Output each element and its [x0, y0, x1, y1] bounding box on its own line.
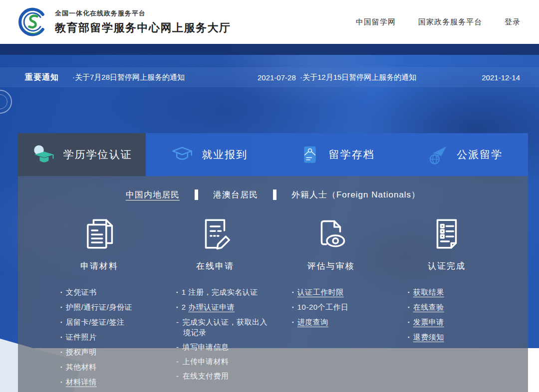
- notice-bar-label: 重要通知: [25, 67, 59, 87]
- list-item[interactable]: 发票申请: [408, 317, 505, 328]
- filter-separator: [273, 190, 276, 200]
- nav-link-national-gov-platform[interactable]: 国家政务服务平台: [418, 17, 482, 27]
- service-tabs: 学历学位认证 就业报到 留学存档: [18, 133, 528, 176]
- column-application-materials: 申请材料 文凭证书 护照/通行证/身份证 居留卡/签证/签注 证件照片 授权声明…: [41, 215, 157, 392]
- list-item[interactable]: 获取结果: [408, 287, 505, 298]
- plane-globe-icon: [426, 143, 449, 166]
- tab-government-sponsored-study[interactable]: 公派留学: [401, 133, 529, 176]
- link-list: 1 注册，完成实名认证 2 办理认证申请 完成实人认证，获取出入境记录 填写申请…: [157, 287, 273, 381]
- column-title: 评估与审核: [273, 260, 389, 272]
- link-list: 认证工作时限 10-20个工作日 进度查询: [273, 287, 389, 328]
- tab-study-abroad-archive[interactable]: 留学存档: [273, 133, 401, 176]
- column-title: 在线申请: [157, 260, 273, 272]
- seal-watermark-icon: [0, 90, 12, 114]
- list-item[interactable]: 在线查验: [408, 302, 505, 313]
- graduation-cap-outline-icon: [171, 143, 194, 166]
- tab-label: 留学存档: [329, 148, 375, 162]
- step-columns: 申请材料 文凭证书 护照/通行证/身份证 居留卡/签证/签注 证件照片 授权声明…: [18, 215, 528, 392]
- list-item[interactable]: 文凭证书: [60, 287, 157, 298]
- filter-mainland-residents[interactable]: 中国内地居民: [126, 189, 180, 200]
- list-item[interactable]: 1 注册，完成实名认证: [176, 287, 273, 298]
- tab-degree-certification[interactable]: 学历学位认证: [18, 133, 146, 176]
- column-certification-complete: 认证完成 获取结果 在线查验 发票申请 退费须知: [389, 215, 505, 392]
- tab-label: 公派留学: [457, 148, 503, 162]
- hero-top-strip: [0, 44, 539, 55]
- login-link[interactable]: 登录: [505, 17, 521, 27]
- notice-date: 2021-12-14: [482, 67, 520, 87]
- checklist-document-icon: [428, 215, 465, 252]
- notice-date: 2021-07-28: [258, 67, 296, 87]
- notice-bar: 重要通知 ·关于7月28日暂停网上服务的通知 2021-07-28 ·关于12月…: [0, 67, 539, 87]
- link-list: 获取结果 在线查验 发票申请 退费须知: [389, 287, 505, 343]
- list-item[interactable]: 10-20个工作日: [292, 302, 389, 313]
- filter-foreign-nationals[interactable]: 外籍人士（Foreign Nationals）: [291, 189, 420, 200]
- filter-hk-macao-taiwan-residents[interactable]: 港澳台居民: [213, 189, 258, 200]
- list-item[interactable]: 2 办理认证申请: [176, 302, 273, 313]
- edit-document-icon: [197, 215, 234, 252]
- page: 全国一体化在线政务服务平台 教育部留学服务中心网上服务大厅 中国留学网 国家政务…: [0, 0, 539, 392]
- csc-logo-icon: [18, 7, 48, 37]
- list-item[interactable]: 认证工作时限: [292, 287, 389, 298]
- tab-label: 学历学位认证: [63, 148, 132, 162]
- link-list: 文凭证书 护照/通行证/身份证 居留卡/签证/签注 证件照片 授权声明 其他材料…: [41, 287, 157, 388]
- site-header: 全国一体化在线政务服务平台 教育部留学服务中心网上服务大厅 中国留学网 国家政务…: [0, 0, 539, 44]
- archive-document-icon: [299, 144, 321, 166]
- graduation-cap-teal-icon: [31, 143, 55, 167]
- list-item[interactable]: 退费须知: [408, 332, 505, 343]
- audience-filter: 中国内地居民 港澳台居民 外籍人士（Foreign Nationals）: [18, 189, 528, 200]
- site-title-block: 全国一体化在线政务服务平台 教育部留学服务中心网上服务大厅: [55, 9, 231, 35]
- top-nav: 中国留学网 国家政务服务平台 登录: [356, 17, 521, 27]
- list-item[interactable]: 上传申请材料: [176, 356, 273, 367]
- list-item[interactable]: 护照/通行证/身份证: [60, 302, 157, 313]
- list-item[interactable]: 完成实人认证，获取出入境记录: [176, 317, 273, 338]
- list-item[interactable]: 材料详情: [60, 377, 157, 388]
- filter-separator: [195, 190, 198, 200]
- nav-link-china-study-abroad[interactable]: 中国留学网: [356, 17, 396, 27]
- document-eye-icon: [312, 215, 349, 252]
- documents-icon: [81, 215, 118, 252]
- tab-label: 就业报到: [202, 148, 248, 162]
- list-item[interactable]: 填写申请信息: [176, 342, 273, 352]
- list-item[interactable]: 在线支付费用: [176, 371, 273, 381]
- notice-link[interactable]: ·关于12月15日暂停网上服务的通知: [300, 67, 416, 87]
- list-item[interactable]: 进度查询: [292, 317, 389, 328]
- column-title: 认证完成: [389, 260, 505, 272]
- column-title: 申请材料: [41, 260, 157, 272]
- tab-employment-registration[interactable]: 就业报到: [146, 133, 273, 176]
- list-item[interactable]: 居留卡/签证/签注: [60, 317, 157, 328]
- column-evaluation-review: 评估与审核 认证工作时限 10-20个工作日 进度查询: [273, 215, 389, 392]
- notice-link[interactable]: ·关于7月28日暂停网上服务的通知: [72, 67, 185, 87]
- column-online-application: 在线申请 1 注册，完成实名认证 2 办理认证申请 完成实人认证，获取出入境记录…: [157, 215, 273, 392]
- list-item[interactable]: 其他材料: [60, 362, 157, 373]
- list-item[interactable]: 证件照片: [60, 332, 157, 343]
- page-title: 教育部留学服务中心网上服务大厅: [55, 20, 231, 35]
- platform-label: 全国一体化在线政务服务平台: [55, 9, 231, 18]
- list-item[interactable]: 授权声明: [60, 347, 157, 358]
- main-panel: 中国内地居民 港澳台居民 外籍人士（Foreign Nationals） 申请材…: [18, 176, 528, 392]
